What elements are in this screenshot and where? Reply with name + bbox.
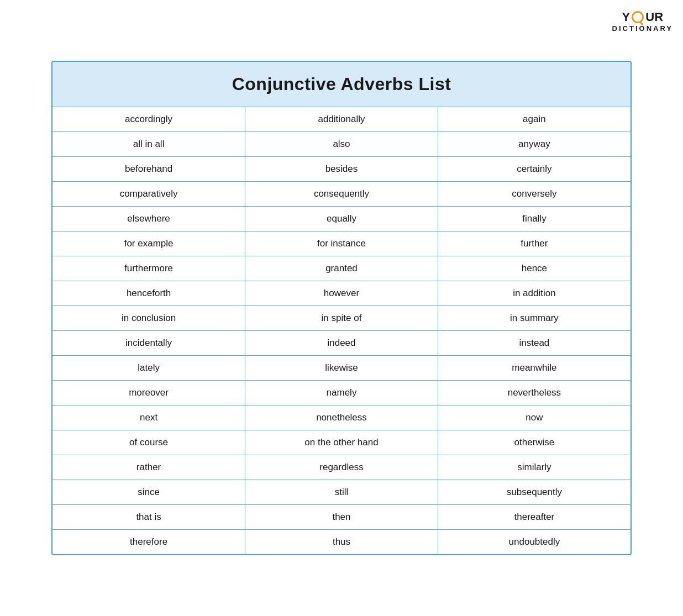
table-cell: then (245, 505, 438, 530)
table-cell: in addition (438, 281, 631, 306)
table-cell: thus (245, 530, 438, 555)
adverbs-table: accordinglyadditionallyagainall in allal… (52, 107, 631, 554)
table-cell: rather (52, 455, 245, 480)
table-cell: regardless (245, 455, 438, 480)
table-cell: likewise (245, 356, 438, 381)
table-row: thereforethusundoubtedly (52, 530, 631, 555)
table-cell: hence (438, 256, 631, 281)
table-cell: however (245, 281, 438, 306)
table-cell: henceforth (52, 281, 245, 306)
table-cell: additionally (245, 107, 438, 132)
table-cell: meanwhile (438, 356, 631, 381)
table-cell: subsequently (438, 480, 631, 505)
table-cell: elsewhere (52, 207, 245, 231)
table-row: latelylikewisemeanwhile (52, 356, 631, 381)
table-cell: conversely (438, 182, 631, 207)
logo-top: Y UR (622, 10, 663, 24)
table-cell: besides (245, 157, 438, 182)
table-row: ratherregardlesssimilarly (52, 455, 631, 480)
table-row: of courseon the other handotherwise (52, 430, 631, 455)
logo-dictionary-text: DICTIONARY (612, 24, 673, 33)
table-cell: now (438, 406, 631, 430)
table-cell: instead (438, 331, 631, 356)
table-row: beforehandbesidescertainly (52, 157, 631, 182)
table-cell: finally (438, 207, 631, 231)
table-row: henceforthhoweverin addition (52, 281, 631, 306)
table-row: accordinglyadditionallyagain (52, 107, 631, 132)
table-row: that isthenthereafter (52, 505, 631, 530)
table-title: Conjunctive Adverbs List (52, 62, 631, 107)
table-cell: all in all (52, 132, 245, 157)
table-cell: further (438, 231, 631, 256)
logo-y: Y (622, 10, 631, 24)
table-cell: namely (245, 381, 438, 406)
table-row: nextnonethelessnow (52, 406, 631, 430)
table-cell: lately (52, 356, 245, 381)
table-cell: consequently (245, 182, 438, 207)
logo-o-icon (632, 11, 644, 23)
table-cell: furthermore (52, 256, 245, 281)
table-cell: nevertheless (438, 381, 631, 406)
table-cell: nonetheless (245, 406, 438, 430)
table-cell: next (52, 406, 245, 430)
table-cell: thereafter (438, 505, 631, 530)
table-cell: of course (52, 430, 245, 455)
table-row: moreovernamelynevertheless (52, 381, 631, 406)
table-cell: anyway (438, 132, 631, 157)
table-cell: comparatively (52, 182, 245, 207)
table-cell: certainly (438, 157, 631, 182)
table-cell: beforehand (52, 157, 245, 182)
table-cell: in conclusion (52, 306, 245, 331)
table-cell: indeed (245, 331, 438, 356)
logo: Y UR DICTIONARY (612, 10, 673, 33)
table-row: for examplefor instancefurther (52, 231, 631, 256)
table-cell: incidentally (52, 331, 245, 356)
table-cell: that is (52, 505, 245, 530)
table-cell: in summary (438, 306, 631, 331)
main-container: Conjunctive Adverbs List accordinglyaddi… (51, 61, 632, 555)
table-cell: still (245, 480, 438, 505)
table-cell: accordingly (52, 107, 245, 132)
table-row: comparativelyconsequentlyconversely (52, 182, 631, 207)
table-cell: undoubtedly (438, 530, 631, 555)
table-row: all in allalsoanyway (52, 132, 631, 157)
table-cell: moreover (52, 381, 245, 406)
table-row: in conclusionin spite ofin summary (52, 306, 631, 331)
table-cell: also (245, 132, 438, 157)
table-row: furthermoregrantedhence (52, 256, 631, 281)
table-row: incidentallyindeedinstead (52, 331, 631, 356)
table-cell: for example (52, 231, 245, 256)
table-cell: therefore (52, 530, 245, 555)
table-row: elsewhereequallyfinally (52, 207, 631, 231)
table-cell: since (52, 480, 245, 505)
table-cell: equally (245, 207, 438, 231)
table-cell: on the other hand (245, 430, 438, 455)
table-row: sincestillsubsequently (52, 480, 631, 505)
table-cell: similarly (438, 455, 631, 480)
logo-ur: UR (645, 10, 663, 24)
table-cell: granted (245, 256, 438, 281)
table-cell: again (438, 107, 631, 132)
table-cell: in spite of (245, 306, 438, 331)
table-cell: otherwise (438, 430, 631, 455)
table-cell: for instance (245, 231, 438, 256)
